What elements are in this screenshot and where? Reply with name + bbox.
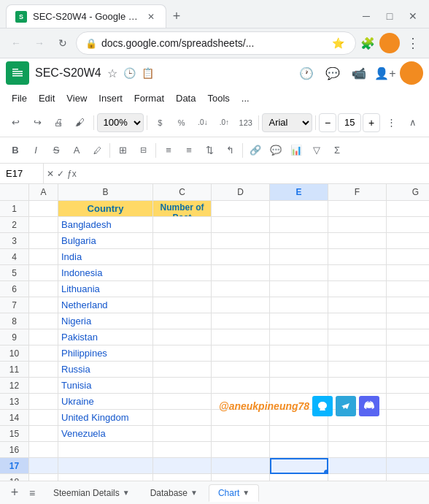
cell-b3[interactable]: Bulgaria	[58, 233, 153, 249]
cell-f13[interactable]	[328, 394, 387, 410]
sheet-tab-arrow[interactable]: ▼	[123, 489, 130, 497]
browser-tab[interactable]: S SEC-S20W4 - Google Sheets ✕	[6, 4, 166, 28]
cell-g17[interactable]	[387, 458, 429, 474]
sheet-tab-database[interactable]: Database ▼	[141, 484, 207, 502]
col-header-f[interactable]: F	[328, 184, 387, 200]
more-options-button[interactable]: ⋮	[382, 112, 401, 133]
menu-view[interactable]: View	[61, 90, 93, 107]
cell-e1[interactable]	[270, 201, 328, 217]
cell-f9[interactable]	[328, 329, 387, 345]
decrease-decimal-button[interactable]: .0↓	[193, 112, 212, 133]
row-num-2[interactable]: 2	[0, 217, 29, 233]
cell-g11[interactable]	[387, 362, 429, 378]
font-size-input[interactable]	[338, 113, 361, 132]
cell-c1[interactable]: Number ofPost	[153, 201, 212, 217]
col-header-g[interactable]: G	[387, 184, 429, 200]
highlight-button[interactable]: 🖊	[88, 141, 107, 160]
add-sheet-button[interactable]: +	[6, 484, 23, 502]
cell-f5[interactable]	[328, 265, 387, 281]
cell-d5[interactable]	[212, 265, 270, 281]
cell-e9[interactable]	[270, 329, 328, 345]
cell-d7[interactable]	[212, 297, 270, 313]
cell-d4[interactable]	[212, 249, 270, 265]
cell-b14[interactable]: United Kingdom	[58, 410, 153, 426]
tab-close-button[interactable]: ✕	[145, 11, 157, 23]
menu-tools[interactable]: Tools	[201, 90, 235, 107]
search-icon-btn[interactable]: ⭐	[329, 34, 347, 52]
cell-c4[interactable]	[153, 249, 212, 265]
cell-g18[interactable]	[387, 474, 429, 481]
row-num-5[interactable]: 5	[0, 265, 29, 281]
row-num-17[interactable]: 17	[0, 458, 29, 474]
cell-e3[interactable]	[270, 233, 328, 249]
menu-file[interactable]: File	[6, 90, 33, 107]
cell-d8[interactable]	[212, 313, 270, 329]
video-button[interactable]: 📹	[347, 61, 371, 85]
cell-a17[interactable]	[29, 458, 58, 474]
cell-c17[interactable]	[153, 458, 212, 474]
cell-e14[interactable]	[270, 410, 328, 426]
cell-f18[interactable]	[328, 474, 387, 481]
cell-e8[interactable]	[270, 313, 328, 329]
cell-f10[interactable]	[328, 345, 387, 362]
cell-d6[interactable]	[212, 281, 270, 297]
cell-f14[interactable]	[328, 410, 387, 426]
cell-f12[interactable]	[328, 378, 387, 394]
row-num-16[interactable]: 16	[0, 442, 29, 458]
sheets-menu-button[interactable]: ≡	[23, 484, 41, 502]
cell-f8[interactable]	[328, 313, 387, 329]
row-num-4[interactable]: 4	[0, 249, 29, 265]
cell-a14[interactable]	[29, 410, 58, 426]
cell-g1[interactable]	[387, 201, 429, 217]
cell-b12[interactable]: Tunisia	[58, 378, 153, 394]
decrease-font-button[interactable]: −	[319, 113, 336, 132]
chart-button[interactable]: 📊	[287, 141, 306, 160]
filter-button[interactable]: ▽	[307, 141, 326, 160]
cell-f1[interactable]	[328, 201, 387, 217]
cell-b9[interactable]: Pakistan	[58, 329, 153, 345]
cell-a15[interactable]	[29, 426, 58, 442]
col-header-e[interactable]: E	[270, 184, 328, 200]
cell-c8[interactable]	[153, 313, 212, 329]
cell-d10[interactable]	[212, 345, 270, 362]
cell-a9[interactable]	[29, 329, 58, 345]
undo-button[interactable]: ↩	[6, 112, 26, 133]
cell-g13[interactable]	[387, 394, 429, 410]
cell-a8[interactable]	[29, 313, 58, 329]
row-num-8[interactable]: 8	[0, 313, 29, 329]
cell-c12[interactable]	[153, 378, 212, 394]
close-browser-button[interactable]: ✕	[403, 6, 423, 26]
col-header-b[interactable]: B	[58, 184, 153, 200]
cell-b10[interactable]: Philippines	[58, 345, 153, 362]
cell-d17[interactable]	[212, 458, 270, 474]
print-button[interactable]: 🖨	[49, 112, 69, 133]
cell-b7[interactable]: Netherland	[58, 297, 153, 313]
cell-b13[interactable]: Ukraine	[58, 394, 153, 410]
row-num-10[interactable]: 10	[0, 345, 29, 362]
cell-d12[interactable]	[212, 378, 270, 394]
align-left-button[interactable]: ≡	[159, 141, 178, 160]
template-icon[interactable]: 📋	[142, 67, 154, 79]
row-num-13[interactable]: 13	[0, 394, 29, 410]
cell-e7[interactable]	[270, 297, 328, 313]
cell-e13[interactable]	[270, 394, 328, 410]
row-num-6[interactable]: 6	[0, 281, 29, 297]
function-button[interactable]: Σ	[328, 141, 347, 160]
cell-g2[interactable]	[387, 217, 429, 233]
cell-g7[interactable]	[387, 297, 429, 313]
cell-d3[interactable]	[212, 233, 270, 249]
cell-c18[interactable]	[153, 474, 212, 481]
cell-g8[interactable]	[387, 313, 429, 329]
sheet-tab-arrow[interactable]: ▼	[242, 489, 250, 497]
cell-f6[interactable]	[328, 281, 387, 297]
cell-a4[interactable]	[29, 249, 58, 265]
cell-a10[interactable]	[29, 345, 58, 362]
cell-a5[interactable]	[29, 265, 58, 281]
cell-c13[interactable]	[153, 394, 212, 410]
link-button[interactable]: 🔗	[246, 141, 265, 160]
italic-button[interactable]: I	[26, 141, 45, 160]
cell-g3[interactable]	[387, 233, 429, 249]
address-bar[interactable]: 🔒 docs.google.com/spreadsheets/... ⭐	[76, 31, 356, 55]
cell-c6[interactable]	[153, 281, 212, 297]
row-num-15[interactable]: 15	[0, 426, 29, 442]
